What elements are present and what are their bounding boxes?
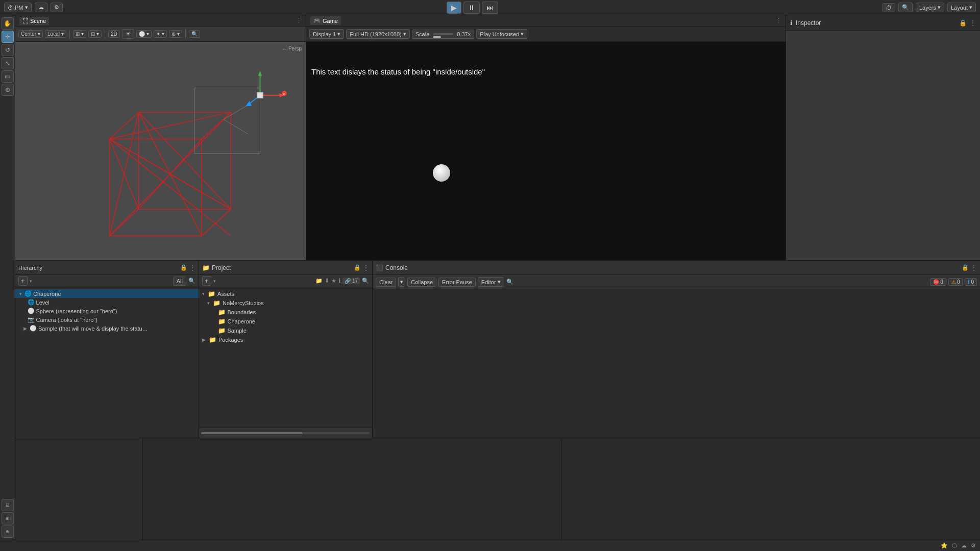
hierarchy-item-camera[interactable]: 📷 Camera (looks at "hero")	[15, 315, 199, 324]
project-item-assets[interactable]: ▾ 📁 Assets	[199, 289, 372, 298]
grid-dropdown[interactable]: ⊞ ▾	[73, 30, 86, 38]
console-lock-icon[interactable]: 🔒	[962, 264, 969, 271]
history-button[interactable]: ⏱	[883, 3, 895, 12]
hierarchy-lock-icon[interactable]: 🔒	[180, 264, 187, 271]
display-label: Display 1	[313, 31, 336, 37]
hand-tool[interactable]: ✋	[2, 17, 14, 30]
project-info-icon[interactable]: ℹ	[338, 278, 340, 284]
project-star-icon[interactable]: ★	[331, 278, 336, 284]
collapse-button[interactable]: Collapse	[407, 278, 436, 287]
scale-tool[interactable]: ⤡	[2, 57, 14, 69]
render-dropdown[interactable]: ⚪ ▾	[136, 30, 152, 38]
center-dropdown[interactable]: Center ▾	[18, 30, 43, 38]
scene-menu-icon[interactable]: ⋮	[296, 17, 302, 24]
light-btn[interactable]: ☀	[122, 29, 134, 39]
project-add-arrow[interactable]: ▾	[213, 279, 216, 284]
console-content	[373, 289, 980, 438]
hierarchy-all-btn[interactable]: All	[173, 277, 186, 286]
project-import-icon[interactable]: ⬇	[325, 278, 329, 284]
editor-dropdown[interactable]: Editor ▾	[478, 277, 504, 287]
play-button[interactable]: ▶	[447, 2, 461, 14]
rect-tool[interactable]: ▭	[2, 70, 14, 83]
move-tool[interactable]: ✛	[2, 31, 14, 43]
inspector-lock-icon[interactable]: 🔒	[959, 19, 967, 27]
assets-label: Assets	[217, 291, 234, 297]
view2d-btn[interactable]: 2D	[108, 30, 120, 38]
project-item-packages[interactable]: ▶ 📁 Packages	[199, 335, 372, 344]
project-item-chaperone-folder[interactable]: 📁 Chaperone	[199, 317, 372, 326]
game-menu-icon[interactable]: ⋮	[776, 17, 781, 24]
project-folder-icon[interactable]: 📁	[315, 278, 323, 284]
transform-tool[interactable]: ⊕	[2, 84, 14, 96]
collab-button[interactable]: ⚙	[51, 3, 63, 12]
game-tab[interactable]: 🎮 Game	[310, 16, 341, 25]
time-display[interactable]: ⏱ PM ▾	[4, 3, 32, 12]
sample-icon: ⚪	[30, 325, 37, 332]
inspector-menu-icon[interactable]: ⋮	[970, 19, 976, 27]
effects-dropdown[interactable]: ✦ ▾	[154, 30, 167, 38]
project-add-button[interactable]: +	[202, 276, 211, 286]
layers-dropdown[interactable]: Layers ▾	[916, 3, 944, 12]
project-item-boundaries[interactable]: 📁 Boundaries	[199, 308, 372, 317]
editor-arrow: ▾	[498, 279, 501, 285]
scene-viewport[interactable]: x ← Persp	[15, 42, 306, 260]
project-lock-icon[interactable]: 🔒	[354, 264, 361, 271]
search-scene-btn[interactable]: 🔍	[189, 30, 200, 38]
snap-arrow: ▾	[96, 31, 99, 37]
scale-label: Scale	[415, 31, 430, 37]
gizmos-dropdown[interactable]: ⊕ ▾	[169, 30, 182, 38]
hierarchy-search-icon[interactable]: 🔍	[188, 278, 195, 284]
snap-tool[interactable]: ⊟	[2, 499, 14, 511]
clear-button[interactable]: Clear	[376, 278, 396, 287]
resolution-dropdown[interactable]: Full HD (980x551) ▾	[346, 29, 410, 39]
local-label: Local	[47, 31, 60, 37]
scale-control[interactable]: Scale 0.37x	[412, 30, 474, 39]
layout-dropdown[interactable]: Layout ▾	[947, 3, 976, 12]
scene-tab[interactable]: ⛶ Scene	[19, 17, 49, 25]
status-icon-3[interactable]: ☁	[961, 542, 967, 549]
play-mode-dropdown[interactable]: Play Unfocused ▾	[476, 29, 527, 39]
step-button[interactable]: ⏭	[482, 2, 498, 14]
hierarchy-menu-icon[interactable]: ⋮	[189, 264, 195, 271]
error-pause-button[interactable]: Error Pause	[438, 278, 476, 287]
project-item-nomercy[interactable]: ▾ 📁 NoMercyStudios	[199, 298, 372, 308]
rotate-tool[interactable]: ↺	[2, 44, 14, 56]
game-status-text: This text dislays the status of being "i…	[311, 67, 485, 76]
console-icon: ⬛	[376, 264, 383, 271]
local-dropdown[interactable]: Local ▾	[45, 30, 66, 38]
project-search-icon[interactable]: 🔍	[362, 278, 369, 284]
status-icon-1[interactable]: ⭐	[941, 542, 948, 549]
display-dropdown[interactable]: Display 1 ▾	[309, 29, 344, 39]
hierarchy-item-sample[interactable]: ▶ ⚪ Sample (that will move & display the…	[15, 324, 199, 333]
grid-tool[interactable]: ⊞	[2, 512, 14, 524]
hierarchy-add-button[interactable]: +	[18, 276, 28, 286]
gizmos-icon: ⊕	[172, 31, 176, 37]
snap-icon: ⊟	[91, 31, 95, 37]
project-item-sample-folder[interactable]: 📁 Sample	[199, 326, 372, 335]
cloud-button[interactable]: ☁	[35, 3, 47, 12]
status-icon-4[interactable]: ⚙	[971, 542, 976, 549]
hierarchy-arrow[interactable]: ▾	[30, 279, 32, 284]
pause-button[interactable]: ⏸	[463, 2, 480, 14]
clear-dropdown-button[interactable]: ▾	[398, 277, 405, 287]
collab-icon: ⚙	[54, 4, 59, 11]
level-arrow	[23, 300, 25, 305]
pivot-tool[interactable]: ⊕	[2, 525, 14, 538]
project-panel: 📁 Project 🔒 ⋮ + ▾ 📁 ⬇ ★ ℹ 🔗 17	[199, 261, 373, 438]
warning-badge: ⚠ 0	[948, 278, 963, 286]
project-content: ▾ 📁 Assets ▾ 📁 NoMercyStudios 📁 Boundari…	[199, 287, 372, 428]
snap-dropdown[interactable]: ⊟ ▾	[88, 30, 102, 38]
console-menu-icon[interactable]: ⋮	[971, 264, 977, 271]
cloud-icon: ☁	[38, 4, 44, 11]
perspective-text: Persp	[288, 46, 302, 52]
hierarchy-item-chaperone[interactable]: ▾ 🌐 Chaperone	[15, 289, 199, 298]
project-scrollbar[interactable]	[201, 432, 370, 434]
hierarchy-item-sphere[interactable]: ⚪ Sphere (representing our "hero")	[15, 307, 199, 315]
console-search-icon[interactable]: 🔍	[506, 279, 513, 285]
search-button[interactable]: 🔍	[898, 3, 913, 12]
hierarchy-item-level[interactable]: 🌐 Level	[15, 298, 199, 307]
game-sphere	[433, 164, 450, 182]
status-icon-2[interactable]: ⬡	[952, 542, 957, 549]
project-add-bar: + ▾ 📁 ⬇ ★ ℹ 🔗 17 🔍	[199, 275, 372, 287]
project-menu-icon[interactable]: ⋮	[363, 264, 369, 271]
